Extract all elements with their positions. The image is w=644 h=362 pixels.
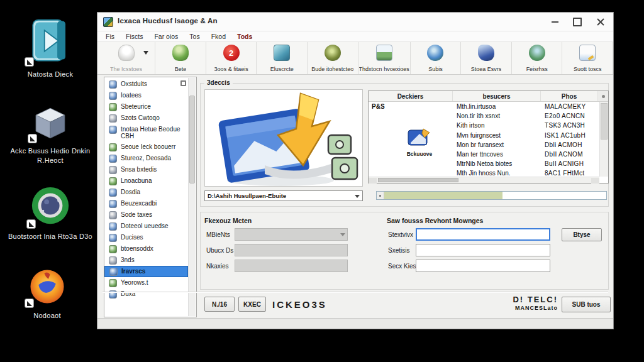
toolbar-button-8[interactable]: Feisrhss	[512, 42, 563, 74]
browse-button[interactable]: Btyse	[562, 228, 602, 241]
table-horizontal-scrollbar[interactable]	[369, 177, 599, 183]
tree-item-6[interactable]: Stureoz, Deosada	[104, 153, 188, 164]
folder-icon	[109, 245, 117, 253]
scroll-left-nub[interactable]	[369, 178, 377, 184]
menu-file[interactable]: Fis	[100, 31, 120, 41]
column-header-2[interactable]: Phos	[541, 91, 598, 101]
tree-item-10[interactable]: Beuzexcadbi	[104, 198, 188, 209]
tree-item-15[interactable]: 3nds	[104, 255, 188, 266]
document-pencil-icon	[579, 45, 596, 61]
scrollbar-thumb[interactable]	[601, 103, 608, 140]
toolbar-button-4[interactable]: Bude itohestcteo	[308, 42, 358, 74]
shortcut-badge-icon	[28, 134, 37, 143]
folder-icon	[109, 268, 118, 276]
tree-item-7[interactable]: Snsa bxtedis	[104, 164, 188, 175]
tree-item-14[interactable]: btoensoddx	[104, 243, 188, 255]
green-leaf-icon	[172, 45, 189, 61]
folder-icon	[109, 103, 117, 111]
table-row[interactable]: P&SMth.lin.irtusoaMALACMEKY	[369, 102, 599, 111]
scrollbar-thumb[interactable]	[378, 178, 458, 182]
tree-item-12[interactable]: Doteeol ueuedse	[104, 221, 188, 232]
menu-format[interactable]: Fkod	[206, 31, 231, 41]
toolbar-button-0[interactable]: The Icsstoes	[97, 42, 155, 74]
toolbar-button-3[interactable]: Eluscrcte	[257, 42, 308, 74]
world-icon	[427, 45, 443, 61]
maximize-button[interactable]	[567, 14, 588, 30]
folder-icon	[109, 80, 117, 89]
menu-favorites[interactable]: Far oios	[148, 31, 184, 41]
nature-globe-icon	[529, 45, 545, 61]
desktop-icon-label: Natosta Dieck	[6, 70, 94, 79]
sidebar-scrollbar[interactable]	[188, 78, 196, 316]
tree-item-16-selected[interactable]: Iravrscs	[104, 266, 188, 277]
menu-edit[interactable]: Fiscts	[120, 31, 148, 41]
minimize-button[interactable]	[544, 14, 565, 30]
tree-item-13[interactable]: Ducises	[104, 232, 188, 243]
toolbar-button-6[interactable]: Subis	[411, 42, 462, 74]
title-bar[interactable]: Icxaca Hucdusf Isaoge & An	[97, 13, 613, 31]
thumbnail-label: Bckuuove	[397, 151, 441, 157]
path-combobox[interactable]: D:\Ashih Husullpaen-Ebuite	[204, 190, 363, 201]
table-vertical-scrollbar[interactable]	[599, 102, 608, 177]
progress-handle[interactable]	[377, 192, 384, 199]
folder-icon	[109, 143, 117, 151]
left-form-input-1[interactable]	[235, 244, 348, 256]
green-ring-globe-icon	[29, 185, 72, 230]
tree-item-0[interactable]: Oxstduits	[104, 79, 188, 90]
menu-tools[interactable]: Tods	[231, 31, 258, 41]
desktop-icon-webcam-app[interactable]: Buotstoort Inia Rto3a D3o	[3, 185, 97, 241]
app-icon	[103, 17, 113, 27]
tree-item-5[interactable]: Seoue Ieck boouerr	[104, 141, 188, 153]
footer-stamp: D! TELC! MANCESLato	[450, 295, 558, 311]
desktop-icon-cube-app[interactable]: Ackc Busus Hedio Dnkin R.Heoct	[0, 104, 101, 165]
toolbar-button-7[interactable]: Stoea Esvrs	[461, 42, 512, 74]
table-header: Deckiers besucers Phos	[369, 91, 608, 102]
desktop-icon-browser[interactable]: Nodoaot	[0, 266, 94, 321]
teal-tile-icon	[274, 45, 290, 61]
tree-item-9[interactable]: Dosdia	[104, 187, 188, 198]
table-row[interactable]: MtrNib Netoa biotesBuII ACNIGH	[369, 159, 599, 168]
tree-item-17[interactable]: Yeorows.t	[104, 277, 188, 288]
tree-list: Oxstduits Ioatees Sbeteurice Szots Cwtoq…	[104, 79, 188, 315]
column-header-0[interactable]: Deckiers	[369, 91, 453, 101]
right-form-input-1[interactable]	[416, 244, 550, 256]
page-count-button[interactable]: N./16	[204, 297, 235, 312]
tree-item-11[interactable]: Sode taxes	[104, 209, 188, 221]
toolbar-button-2[interactable]: 2 3oos & fitaeis	[206, 42, 257, 74]
table-row[interactable]: Non.tir ith xsnxtE2o0 ACNCN	[369, 111, 599, 121]
left-form-input-2[interactable]	[235, 260, 348, 272]
path-value: D:\Ashih Husullpaen-Ebuite	[208, 192, 286, 199]
tree-item-2[interactable]: Sbeteurice	[104, 101, 188, 112]
left-form-heading: Fkexouz Mcten	[204, 217, 252, 224]
menu-view[interactable]: Tos	[184, 31, 205, 41]
left-form-input-0[interactable]	[235, 228, 348, 241]
folder-icon	[109, 279, 117, 287]
submit-button[interactable]: SUB tuos	[562, 297, 611, 312]
tree-item-4[interactable]: tnotaa Hetue Beodue CBH	[104, 124, 188, 141]
desktop-icon-media-player[interactable]: Natosta Dieck	[6, 16, 94, 79]
status-strip	[97, 318, 613, 329]
pin-icon[interactable]	[180, 80, 186, 86]
tree-item-18[interactable]: Duxa	[104, 288, 188, 300]
folder-icon	[109, 222, 117, 231]
table-row[interactable]: Mth Jin hnoss Nun.8AC1 FHtMct	[369, 168, 599, 177]
close-button[interactable]	[589, 14, 612, 30]
right-form-input-0[interactable]	[416, 228, 550, 241]
folder-icon	[109, 211, 117, 219]
scroll-right-nub[interactable]	[591, 178, 599, 184]
tree-item-8[interactable]: Lnoacbuna	[104, 175, 188, 187]
toolbar-button-1[interactable]: Bete	[155, 42, 206, 74]
tree-item-3[interactable]: Szots Cwtoqo	[104, 112, 188, 124]
window-title: Icxaca Hucdusf Isaoge & An	[118, 17, 218, 25]
scrollbar-thumb[interactable]	[189, 96, 195, 184]
file-thumbnail[interactable]: Bckuuove	[397, 128, 441, 157]
tree-item-1[interactable]: Ioatees	[104, 90, 188, 101]
nav-button[interactable]: KXEC	[238, 297, 266, 312]
sort-icon[interactable]	[598, 91, 608, 101]
desktop: Natosta Dieck Ackc Busus Hedio Dnkin R.H…	[0, 0, 644, 362]
toolbar-button-9[interactable]: Suott toscs	[562, 42, 613, 74]
column-header-1[interactable]: besucers	[453, 91, 541, 101]
toolbar-button-5[interactable]: Thdxtocn hvoexioes	[358, 42, 411, 74]
shortcut-badge-icon	[26, 219, 36, 229]
right-form-input-2[interactable]	[416, 260, 550, 272]
